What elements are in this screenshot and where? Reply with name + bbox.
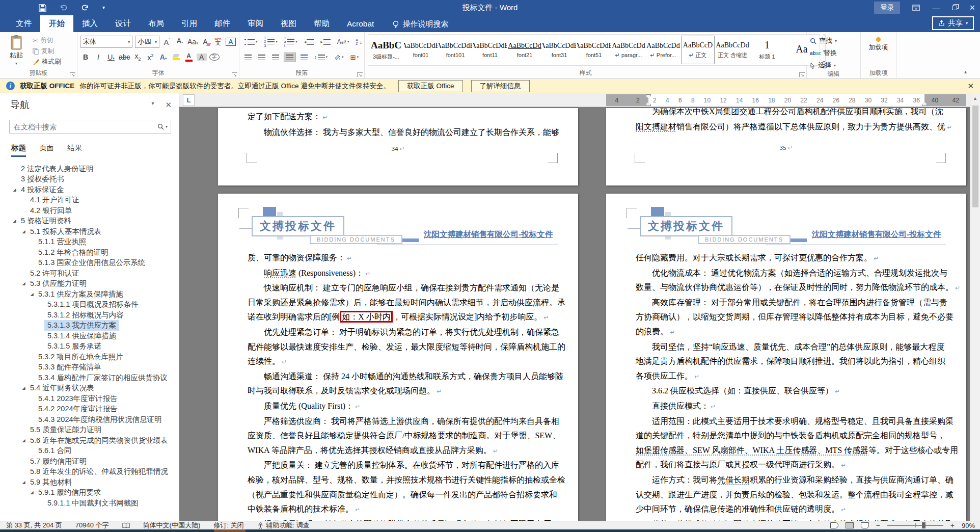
- borders-icon[interactable]: ⊞▾: [348, 52, 361, 63]
- underline-icon[interactable]: U▾: [106, 54, 116, 61]
- web-layout-icon[interactable]: [861, 522, 869, 528]
- nav-pane-options-icon[interactable]: ▾: [151, 100, 154, 110]
- minimize-button[interactable]: —: [932, 4, 940, 12]
- nav-item[interactable]: ◢5.6 近年在施或完成的同类物资供货业绩表: [0, 435, 177, 446]
- tab-引用[interactable]: 引用: [173, 15, 206, 32]
- search-input[interactable]: [10, 123, 157, 131]
- undo-icon[interactable]: [60, 4, 68, 11]
- nav-item[interactable]: 5.3.1.4 供应保障措施: [0, 331, 177, 341]
- nav-item[interactable]: ◢5.9.1 履约信用要求: [0, 488, 177, 498]
- nav-item[interactable]: 5.3.2 项目所在地仓库照片: [0, 352, 177, 362]
- phonetic-guide-icon[interactable]: wén文: [213, 38, 223, 46]
- page-indicator[interactable]: 第 33 页, 共 204 页: [6, 521, 62, 530]
- style-item[interactable]: AaBbCcDd↵ paragr...: [612, 36, 645, 64]
- shading-icon[interactable]: ▾: [332, 52, 346, 62]
- page-35[interactable]: 为确保本次中铁X局集团交通工程分公司盾构机配件供应项目顺利实施，我司（沈阳文搏建…: [606, 108, 966, 185]
- nav-item[interactable]: 5.1.1 营业执照: [0, 237, 177, 248]
- shrink-font-icon[interactable]: Aˇ: [175, 37, 185, 46]
- strikethrough-icon[interactable]: abc: [119, 54, 130, 61]
- nav-item[interactable]: 5.3.1.5 服务承诺: [0, 341, 177, 352]
- font-dialog-launcher[interactable]: ↘: [232, 72, 237, 77]
- print-layout-icon[interactable]: [846, 522, 854, 528]
- close-button[interactable]: ×: [969, 3, 975, 12]
- tab-插入[interactable]: 插入: [73, 15, 106, 32]
- track-changes-indicator[interactable]: 修订: 关闭: [213, 521, 243, 530]
- nav-item[interactable]: 5.3.1.1 项目概况及招标条件: [0, 300, 177, 310]
- close-icon[interactable]: ✕: [165, 100, 172, 110]
- zoom-slider-thumb[interactable]: [922, 522, 925, 528]
- nav-item[interactable]: 2 法定代表人身份证明: [0, 164, 177, 174]
- zoom-out-icon[interactable]: −: [876, 521, 880, 529]
- bold-icon[interactable]: B: [80, 54, 91, 61]
- page-34[interactable]: 定了如下配送方案：↵物流伙伴选择： 我方与多家大型、信誉良好的物流公司建立了长期…: [218, 108, 578, 185]
- redo-icon[interactable]: [81, 4, 89, 11]
- chevron-down-icon[interactable]: ▾: [166, 124, 168, 129]
- style-item[interactable]: AaBbCcD↵ 正文: [681, 36, 715, 64]
- zoom-slider[interactable]: [887, 525, 943, 526]
- tab-视图[interactable]: 视图: [272, 15, 305, 32]
- accessibility-indicator[interactable]: 辅助功能: 调查: [266, 521, 310, 530]
- asian-layout-icon[interactable]: A⇄▾: [335, 37, 351, 47]
- restore-button[interactable]: [952, 6, 957, 10]
- align-left-icon[interactable]: [242, 53, 254, 62]
- distribute-icon[interactable]: [298, 53, 310, 62]
- nav-item[interactable]: 5.5 质量保证能力证明: [0, 425, 177, 436]
- subscript-icon[interactable]: x2: [133, 52, 143, 62]
- style-item[interactable]: AaBbCcDdEfont11: [473, 36, 507, 64]
- nav-item[interactable]: ◢5 资格证明资料: [0, 216, 177, 227]
- style-item[interactable]: AaBbCcDdfont21: [508, 36, 541, 64]
- proofing-icon[interactable]: [122, 522, 130, 529]
- enclose-characters-icon[interactable]: 字: [209, 54, 220, 61]
- superscript-icon[interactable]: x2: [146, 54, 156, 61]
- tab-文件[interactable]: 文件: [7, 15, 40, 32]
- decrease-indent-icon[interactable]: ◂: [302, 38, 316, 46]
- style-item[interactable]: 1标题 1: [750, 36, 784, 64]
- word-count[interactable]: 70940 个字: [75, 521, 109, 530]
- tab-帮助[interactable]: 帮助: [305, 15, 338, 32]
- copy-button[interactable]: 复制: [33, 47, 61, 56]
- vertical-scrollbar[interactable]: ▲: [970, 93, 980, 521]
- font-color-icon[interactable]: A: [184, 53, 194, 62]
- paste-button[interactable]: 粘贴 ▾: [3, 34, 30, 66]
- page-37[interactable]: 文搏投标文件 BIDDING DOCUMENTS 沈阳文搏建材销售有限公司-投标…: [606, 194, 966, 521]
- tab-Acrobat[interactable]: Acrobat: [338, 15, 383, 32]
- nav-item[interactable]: ◢5.9 其他材料: [0, 477, 177, 488]
- sort-icon[interactable]: AZ↓: [353, 37, 364, 47]
- bullets-icon[interactable]: ▾: [242, 38, 260, 46]
- collapse-ribbon-icon[interactable]: ▾: [964, 70, 967, 75]
- nav-item[interactable]: 5.3.1.2 招标概况与内容: [0, 310, 177, 321]
- style-item[interactable]: AaBbC3级标题-...: [369, 36, 403, 64]
- nav-item[interactable]: ◢4 投标保证金: [0, 184, 177, 195]
- italic-icon[interactable]: I: [93, 54, 103, 61]
- nav-item[interactable]: 5.4.3 2024年度纳税信用状况信息证明: [0, 414, 177, 425]
- nav-item[interactable]: 5.4.1 2023年度审计报告: [0, 393, 177, 404]
- line-spacing-icon[interactable]: ↕▾: [312, 52, 330, 62]
- style-item[interactable]: AaBbCcDd正文 含缩进: [716, 36, 749, 64]
- highlight-color-icon[interactable]: [171, 54, 181, 60]
- horizontal-ruler[interactable]: L 42 24681012141618202224262830323436 40…: [179, 93, 970, 107]
- nav-item[interactable]: 5.3.4 盾构配件厂家签订的相应供货协议: [0, 373, 177, 383]
- get-office-button[interactable]: 获取正版 Office: [398, 80, 463, 92]
- learn-more-button[interactable]: 了解详细信息: [471, 80, 530, 92]
- nav-item[interactable]: 5.6.1 合同: [0, 446, 177, 457]
- zoom-level[interactable]: 90%: [962, 522, 975, 529]
- nav-item[interactable]: 5.1.2 年检合格的证明: [0, 247, 177, 258]
- styles-dialog-launcher[interactable]: ↘: [799, 72, 805, 77]
- numbering-icon[interactable]: 123▾: [262, 35, 280, 48]
- increase-indent-icon[interactable]: ▸: [318, 38, 333, 46]
- clipboard-dialog-launcher[interactable]: ↘: [70, 72, 75, 77]
- nav-tab-pages[interactable]: 页面: [39, 143, 54, 157]
- style-item[interactable]: AaBbCcDdEfont31: [542, 36, 576, 64]
- nav-item[interactable]: ◢5.4 近年财务状况表: [0, 383, 177, 394]
- nav-item[interactable]: ◢5.1 投标人基本情况表: [0, 226, 177, 237]
- nav-item[interactable]: 5.8 近年发生的诉讼、仲裁及行贿犯罪情况: [0, 467, 177, 477]
- nav-item[interactable]: 4.2 银行回单: [0, 205, 177, 216]
- nav-item[interactable]: 5.2 许可和认证: [0, 268, 177, 279]
- tab-开始[interactable]: 开始: [40, 15, 73, 32]
- font-family-combo[interactable]: 宋体▾: [80, 36, 132, 48]
- nav-item[interactable]: 5.1.3 国家企业信用信息公示系统: [0, 258, 177, 269]
- align-center-icon[interactable]: [256, 53, 267, 62]
- select-button[interactable]: 选择▾: [810, 61, 837, 70]
- paragraph-dialog-launcher[interactable]: ↘: [357, 72, 363, 77]
- style-item[interactable]: AaBbCcDd↵ Prefor...: [646, 36, 680, 64]
